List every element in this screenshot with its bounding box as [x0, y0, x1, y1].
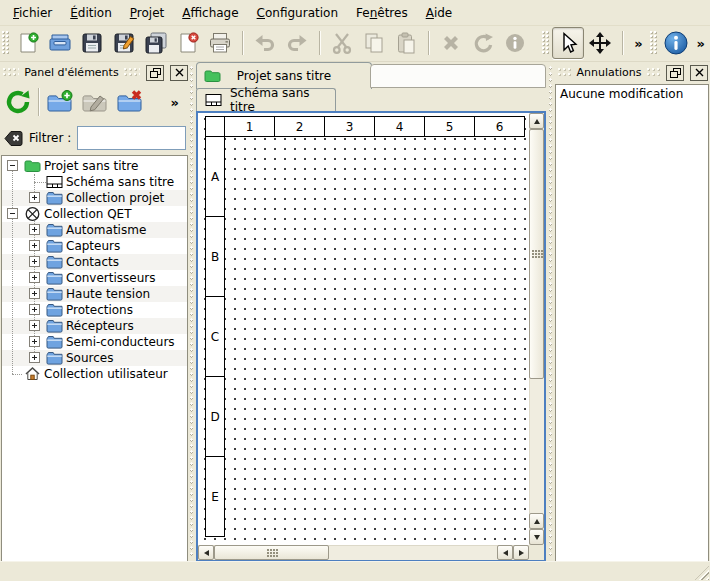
scroll-left-button[interactable]: [198, 545, 214, 560]
tree-item-collection-utilisateur[interactable]: Collection utilisateur: [2, 366, 187, 382]
expand-icon[interactable]: [29, 272, 40, 283]
folder-icon: [46, 238, 62, 254]
grid-corner-cell: [205, 116, 225, 137]
collapse-icon[interactable]: [7, 160, 18, 171]
toolbar-drag-handle[interactable]: [2, 31, 9, 55]
move-button[interactable]: [584, 27, 616, 59]
collapse-icon[interactable]: [7, 208, 18, 219]
tab-schema[interactable]: Schéma sans titre: [196, 88, 336, 111]
tree-item-haute-tension[interactable]: Haute tension: [2, 286, 187, 302]
tab-bar-empty: [370, 64, 546, 88]
scroll-left-button-2[interactable]: [497, 545, 513, 560]
select-arrow-button[interactable]: [552, 27, 584, 59]
toolbar-drag-handle[interactable]: [650, 31, 657, 55]
expand-icon[interactable]: [29, 288, 40, 299]
toolbar-overflow-chevron[interactable]: »: [692, 36, 710, 51]
save-as-icon: [113, 32, 135, 54]
toolbar-separator: [428, 31, 429, 55]
tab-project[interactable]: Projet sans titre: [196, 62, 372, 89]
splitter-right[interactable]: [546, 62, 555, 562]
float-panel-button[interactable]: [666, 65, 684, 81]
float-panel-button[interactable]: [146, 65, 164, 81]
save-all-button[interactable]: [140, 27, 172, 59]
undo-list-item[interactable]: Aucune modification: [556, 85, 708, 103]
tree-item-projet-sans-titre[interactable]: Projet sans titre: [2, 158, 187, 174]
reload-collections-button[interactable]: [0, 85, 35, 120]
print-button[interactable]: [204, 27, 236, 59]
close-panel-button[interactable]: [690, 65, 708, 81]
close-icon: [175, 68, 184, 77]
expand-icon[interactable]: [29, 320, 40, 331]
titlebar-texture: [3, 68, 19, 77]
close-panel-button[interactable]: [170, 65, 188, 81]
tree-item-capteurs[interactable]: Capteurs: [2, 238, 187, 254]
menu-projet[interactable]: Projet: [121, 2, 173, 24]
about-info-button[interactable]: [660, 27, 692, 59]
toolbar-overflow-chevron[interactable]: »: [629, 36, 647, 51]
menu-edition[interactable]: Édition: [61, 2, 121, 24]
horizontal-scroll-thumb[interactable]: [214, 545, 329, 560]
edit-category-icon: [81, 89, 108, 116]
open-file-button[interactable]: [44, 27, 76, 59]
tree-item-automatisme[interactable]: Automatisme: [2, 222, 187, 238]
tree-guide-line: [12, 166, 13, 374]
elements-panel-toolbar: »: [0, 83, 188, 121]
new-document-icon: [17, 32, 39, 54]
tree-item-convertisseurs[interactable]: Convertisseurs: [2, 270, 187, 286]
tree-item-protections[interactable]: Protections: [2, 302, 187, 318]
diagram-canvas[interactable]: 123456ABCDE: [198, 113, 529, 545]
tree-item-label: Schéma sans titre: [66, 175, 174, 189]
new-category-button[interactable]: [42, 85, 77, 120]
tree-item-sources[interactable]: Sources: [2, 350, 187, 366]
menu-fenetres[interactable]: Fenêtres: [347, 2, 417, 24]
vertical-scroll-thumb[interactable]: [529, 129, 544, 379]
grid-row-header: B: [205, 216, 225, 297]
scroll-up-button[interactable]: [529, 113, 544, 129]
save-as-button[interactable]: [108, 27, 140, 59]
tree-item-semi-conducteurs[interactable]: Semi-conducteurs: [2, 334, 187, 350]
delete-category-button[interactable]: [112, 85, 147, 120]
tree-item-label: Collection utilisateur: [44, 367, 168, 381]
grid-column-header: 2: [274, 116, 325, 137]
new-document-button[interactable]: [12, 27, 44, 59]
clear-filter-button[interactable]: [4, 130, 23, 147]
tab-project-label: Projet sans titre: [237, 69, 331, 83]
toolbar-separator: [242, 31, 243, 55]
filter-input[interactable]: [77, 126, 186, 150]
scroll-down-button[interactable]: [529, 529, 544, 545]
tree-item-recepteurs[interactable]: Récepteurs: [2, 318, 187, 334]
expand-icon[interactable]: [29, 352, 40, 363]
tree-item-collection-projet[interactable]: Collection projet: [2, 190, 187, 206]
menu-fichier[interactable]: Fichier: [4, 2, 61, 24]
expand-icon[interactable]: [29, 336, 40, 347]
grid-column-header: 3: [324, 116, 375, 137]
expand-icon[interactable]: [29, 256, 40, 267]
vertical-scrollbar[interactable]: [529, 113, 544, 545]
scroll-up-button-2[interactable]: [529, 513, 544, 529]
panel-toolbar-overflow-chevron[interactable]: »: [166, 95, 184, 110]
expand-icon[interactable]: [29, 192, 40, 203]
expand-icon[interactable]: [29, 240, 40, 251]
titlebar-texture: [558, 68, 571, 77]
tools-toolbar: »: [540, 25, 647, 61]
menu-configuration[interactable]: Configuration: [248, 2, 347, 24]
tree-item-schema-sans-titre[interactable]: Schéma sans titre: [2, 174, 187, 190]
scroll-right-button[interactable]: [513, 545, 529, 560]
tree-item-collection-qet[interactable]: Collection QET: [2, 206, 187, 222]
grid-row-header: A: [205, 136, 225, 217]
resize-grip-icon[interactable]: [695, 566, 709, 580]
expand-icon[interactable]: [29, 304, 40, 315]
toolbar-drag-handle[interactable]: [542, 31, 549, 55]
rotate-icon: [471, 31, 495, 55]
splitter-left[interactable]: [188, 62, 196, 562]
folder-icon: [46, 318, 62, 334]
tree-item-label: Haute tension: [66, 287, 150, 301]
menu-aide[interactable]: Aide: [417, 2, 462, 24]
expand-icon[interactable]: [29, 224, 40, 235]
tree-item-contacts[interactable]: Contacts: [2, 254, 187, 270]
save-button[interactable]: [76, 27, 108, 59]
grid-column-header: 6: [474, 116, 525, 137]
menu-affichage[interactable]: Affichage: [173, 2, 247, 24]
close-file-button[interactable]: [172, 27, 204, 59]
horizontal-scrollbar[interactable]: [198, 545, 529, 560]
